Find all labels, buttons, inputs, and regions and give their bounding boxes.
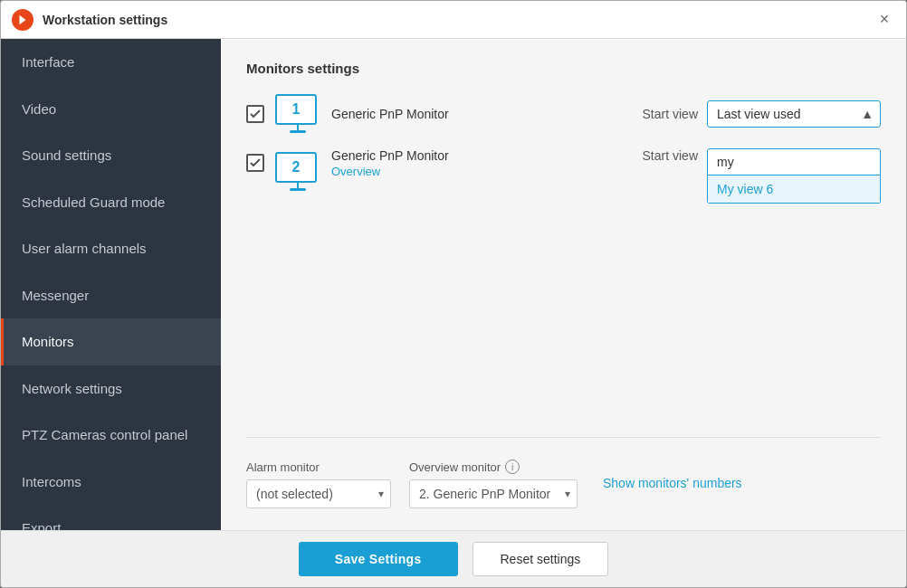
- close-button[interactable]: ×: [874, 9, 895, 31]
- sidebar-item-interface[interactable]: Interface: [1, 39, 221, 86]
- reset-settings-button[interactable]: Reset settings: [473, 542, 609, 576]
- sidebar-item-network[interactable]: Network settings: [1, 365, 221, 413]
- workstation-settings-window: Workstation settings × Interface Video S…: [0, 0, 907, 588]
- monitor-1-checkbox[interactable]: [246, 105, 264, 123]
- sidebar-item-ptz[interactable]: PTZ Cameras control panel: [1, 412, 221, 459]
- sidebar: Interface Video Sound settings Scheduled…: [1, 39, 221, 530]
- monitor-row-2: 2 Generic PnP Monitor Overview Start vie…: [246, 148, 881, 192]
- sidebar-item-video[interactable]: Video: [1, 86, 221, 133]
- sidebar-item-intercoms[interactable]: Intercoms: [1, 459, 221, 506]
- monitor-1-base: [290, 130, 306, 133]
- monitor-2-start-view: Start view My view 6: [643, 148, 881, 175]
- section-title: Monitors settings: [246, 61, 881, 76]
- monitor-1-screen: 1: [275, 94, 317, 125]
- svg-marker-0: [20, 14, 26, 24]
- monitor-row-1: 1 Generic PnP Monitor Start view: [246, 94, 881, 134]
- show-monitors-numbers-link[interactable]: Show monitors' numbers: [603, 476, 742, 492]
- title-bar: Workstation settings ×: [1, 1, 906, 39]
- monitor-1-start-view-label: Start view: [643, 107, 698, 121]
- sidebar-item-user-alarm[interactable]: User alarm channels: [1, 225, 221, 272]
- sidebar-item-sound[interactable]: Sound settings: [1, 132, 221, 179]
- main-scroll: Monitors settings 1: [246, 61, 881, 508]
- monitor-1-icon: 1: [275, 94, 320, 134]
- overview-monitor-select[interactable]: 2. Generic PnP Monitor: [409, 479, 578, 508]
- monitor-2-label: Generic PnP Monitor Overview: [331, 148, 632, 178]
- monitor-1-start-view-dropdown[interactable]: Last view used: [707, 100, 881, 128]
- monitor-2-checkbox[interactable]: [246, 154, 264, 172]
- bottom-section: Alarm monitor (not selected) Overview mo…: [246, 437, 881, 508]
- sidebar-item-export[interactable]: Export: [1, 505, 221, 530]
- monitor-2-start-view-label: Start view: [643, 148, 698, 163]
- save-settings-button[interactable]: Save Settings: [299, 542, 458, 576]
- window-title: Workstation settings: [43, 13, 874, 27]
- monitor-2-search-container: My view 6: [707, 148, 881, 175]
- sidebar-item-messenger[interactable]: Messenger: [1, 272, 221, 319]
- bottom-row: Alarm monitor (not selected) Overview mo…: [246, 460, 881, 508]
- main-content: Monitors settings 1: [221, 39, 906, 530]
- monitor-1-dropdown-container: Last view used ▲: [707, 100, 881, 128]
- monitor-2-base: [290, 188, 306, 191]
- monitor-2-dropdown-item-myview6[interactable]: My view 6: [708, 175, 880, 203]
- monitor-2-dropdown-list: My view 6: [707, 175, 881, 204]
- window-body: Interface Video Sound settings Scheduled…: [1, 39, 906, 530]
- monitor-2-overview-link[interactable]: Overview: [331, 165, 632, 178]
- monitor-1-start-view: Start view Last view used ▲: [643, 100, 881, 128]
- alarm-monitor-field: Alarm monitor (not selected): [246, 460, 391, 508]
- monitor-2-icon: 2: [275, 152, 320, 192]
- monitors-list: 1 Generic PnP Monitor Start view: [246, 94, 881, 437]
- sidebar-item-scheduled-guard[interactable]: Scheduled Guard mode: [1, 179, 221, 226]
- overview-monitor-field: Overview monitor i 2. Generic PnP Monito…: [409, 460, 578, 508]
- monitor-2-search-input[interactable]: [707, 148, 881, 175]
- alarm-monitor-select-wrapper: (not selected): [246, 479, 391, 508]
- alarm-monitor-label: Alarm monitor: [246, 460, 391, 474]
- alarm-monitor-select[interactable]: (not selected): [246, 479, 391, 508]
- overview-monitor-info-icon[interactable]: i: [505, 460, 520, 474]
- overview-monitor-select-wrapper: 2. Generic PnP Monitor: [409, 479, 578, 508]
- monitor-1-label: Generic PnP Monitor: [331, 107, 632, 121]
- monitor-2-screen: 2: [275, 152, 317, 183]
- overview-monitor-label: Overview monitor i: [409, 460, 578, 474]
- app-icon: [12, 9, 33, 31]
- sidebar-item-monitors[interactable]: Monitors: [1, 318, 221, 365]
- footer: Save Settings Reset settings: [1, 530, 906, 587]
